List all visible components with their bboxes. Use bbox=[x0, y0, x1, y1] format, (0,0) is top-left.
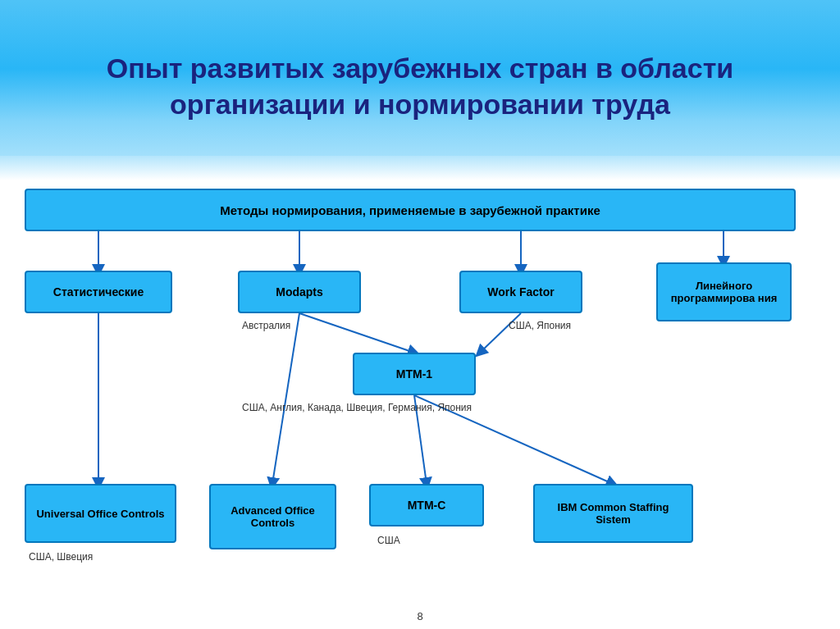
ibm-box: IBM Common Staffing Sistem bbox=[533, 484, 693, 543]
modapts-box: Modapts bbox=[238, 271, 361, 313]
usa-sweden-label: США, Швеция bbox=[29, 551, 93, 563]
header-title: Опыт развитых зарубежных стран в области… bbox=[49, 50, 791, 122]
mtmc-box: МТМ-С bbox=[369, 484, 484, 526]
page-number: 8 bbox=[417, 610, 422, 622]
usa-japan-label: США, Япония bbox=[509, 320, 571, 331]
australia-label: Австралия bbox=[242, 320, 290, 331]
header: Опыт развитых зарубежных стран в области… bbox=[0, 0, 840, 172]
workfactor-box: Work Factor bbox=[459, 271, 582, 313]
svg-line-4 bbox=[299, 313, 414, 353]
aoc-box: Advanced Office Controls bbox=[209, 484, 336, 549]
mtm1-box: МТМ-1 bbox=[353, 353, 476, 395]
svg-line-7 bbox=[272, 313, 299, 484]
usa-label: США bbox=[377, 535, 400, 546]
diagram: Методы нормирования, применяемые в заруб… bbox=[0, 172, 840, 629]
usa-multi-label: США, Англия, Канада, Швеция, Германия, Я… bbox=[242, 402, 472, 413]
uoc-box: Universal Office Controls bbox=[25, 484, 176, 543]
linear-box: Линейного программирова ния bbox=[656, 262, 792, 321]
top-methods-box: Методы нормирования, применяемые в заруб… bbox=[25, 189, 796, 231]
stat-box: Статистические bbox=[25, 271, 172, 313]
